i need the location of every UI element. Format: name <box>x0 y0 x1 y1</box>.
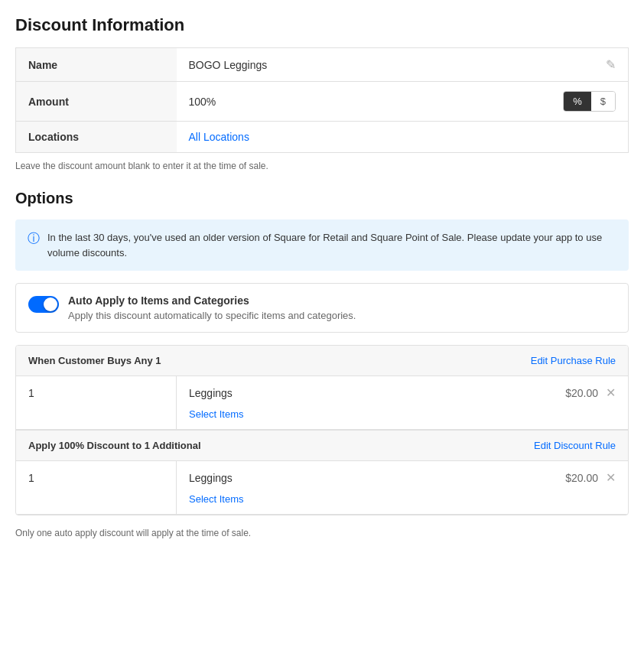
auto-apply-section: Auto Apply to Items and Categories Apply… <box>15 283 629 333</box>
amount-toggle: % $ <box>563 91 616 112</box>
amount-hint: Leave the discount amount blank to enter… <box>15 161 629 171</box>
purchase-rule-item-qty: 1 <box>16 376 177 429</box>
discount-rule-item-name: Leggings <box>189 472 233 484</box>
purchase-rule-item-price: $20.00 <box>565 387 598 399</box>
edit-purchase-rule-link[interactable]: Edit Purchase Rule <box>531 355 616 366</box>
info-icon: ⓘ <box>28 231 40 247</box>
auto-apply-description: Apply this discount automatically to spe… <box>68 310 356 321</box>
auto-apply-text: Auto Apply to Items and Categories Apply… <box>68 294 356 321</box>
amount-label: Amount <box>16 82 177 122</box>
footer-note: Only one auto apply discount will apply … <box>15 528 629 538</box>
purchase-rule-header: When Customer Buys Any 1 Edit Purchase R… <box>16 346 628 376</box>
discount-rule-item-details: Leggings $20.00 ✕ Select Items <box>177 461 628 514</box>
purchase-rule-item-name: Leggings <box>189 387 233 399</box>
locations-label: Locations <box>16 122 177 153</box>
locations-value-cell: All Locations <box>177 122 629 153</box>
purchase-rule-item-line: Leggings $20.00 ✕ <box>189 385 616 400</box>
edit-discount-rule-link[interactable]: Edit Discount Rule <box>534 440 616 451</box>
name-row: Name BOGO Leggings ✎ <box>16 48 629 82</box>
name-value-cell: BOGO Leggings ✎ <box>177 48 629 82</box>
purchase-rule-select-items-link[interactable]: Select Items <box>189 408 244 420</box>
amount-row: Amount 100% % $ <box>16 82 629 122</box>
discount-rule-item-line: Leggings $20.00 ✕ <box>189 470 616 485</box>
auto-apply-label: Auto Apply to Items and Categories <box>68 294 356 307</box>
options-title: Options <box>15 190 629 207</box>
discount-rule-item-qty: 1 <box>16 461 177 514</box>
discount-rule-header-text: Apply 100% Discount to 1 Additional <box>28 440 201 451</box>
discount-info-table: Name BOGO Leggings ✎ Amount 100% % $ Loc… <box>15 47 629 153</box>
name-label: Name <box>16 48 177 82</box>
discount-rule-item-row: 1 Leggings $20.00 ✕ Select Items <box>16 461 628 515</box>
amount-value-cell: 100% % $ <box>177 82 629 122</box>
auto-apply-toggle[interactable] <box>28 296 59 313</box>
rules-container: When Customer Buys Any 1 Edit Purchase R… <box>15 345 629 515</box>
percent-toggle-button[interactable]: % <box>564 92 591 111</box>
purchase-rule-item-details: Leggings $20.00 ✕ Select Items <box>177 376 628 429</box>
amount-value: 100% <box>189 96 216 108</box>
purchase-rule-item-row: 1 Leggings $20.00 ✕ Select Items <box>16 376 628 430</box>
banner-text: In the last 30 days, you've used an olde… <box>47 230 616 260</box>
toggle-thumb <box>44 297 57 311</box>
locations-row: Locations All Locations <box>16 122 629 153</box>
discount-rule-item-price: $20.00 <box>565 472 598 484</box>
purchase-rule-header-text: When Customer Buys Any 1 <box>28 355 161 366</box>
discount-rule-price-remove: $20.00 ✕ <box>565 470 616 485</box>
edit-name-icon[interactable]: ✎ <box>606 57 616 72</box>
purchase-rule-remove-button[interactable]: ✕ <box>606 385 616 400</box>
locations-link[interactable]: All Locations <box>189 131 249 143</box>
dollar-toggle-button[interactable]: $ <box>591 92 615 111</box>
discount-rule-remove-button[interactable]: ✕ <box>606 470 616 485</box>
discount-rule-select-items-link[interactable]: Select Items <box>189 493 244 505</box>
page-title: Discount Information <box>15 15 629 35</box>
discount-rule-header: Apply 100% Discount to 1 Additional Edit… <box>16 430 628 461</box>
purchase-rule-price-remove: $20.00 ✕ <box>565 385 616 400</box>
info-banner: ⓘ In the last 30 days, you've used an ol… <box>15 219 629 271</box>
name-value: BOGO Leggings <box>189 59 268 71</box>
